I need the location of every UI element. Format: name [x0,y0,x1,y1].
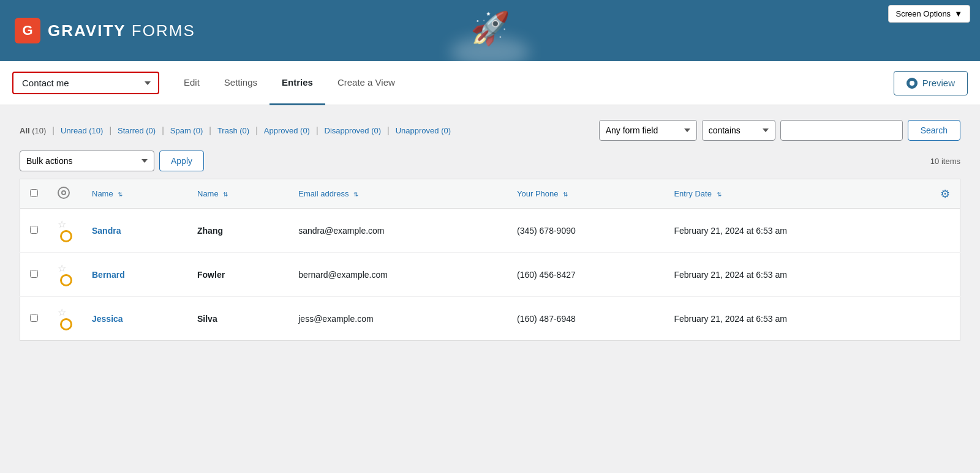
row-first-name-cell: Bernard [82,253,187,297]
search-button[interactable]: Search [908,120,960,141]
bulk-actions-row: Bulk actions Delete Mark as read Mark as… [20,151,960,171]
row-star-cell: ☆ [48,209,82,253]
nav-link-create-view[interactable]: Create a View [325,61,407,105]
rocket-decoration: 🚀 [450,12,530,61]
row-checkbox[interactable] [30,314,38,322]
filter-all[interactable]: All (10) [20,126,46,135]
star-icon[interactable]: ☆ [58,219,66,229]
screen-options-button[interactable]: Screen Options ▼ [888,5,970,23]
read-status-icon [60,274,72,286]
row-phone-cell: (160) 456-8427 [507,253,664,297]
nav-link-settings[interactable]: Settings [212,61,270,105]
sort-date-icon: ⇅ [717,191,722,198]
filter-disapproved[interactable]: Disapproved (0) [325,126,382,135]
filter-starred[interactable]: Starred (0) [118,126,156,135]
form-selector[interactable]: Contact me [12,72,159,94]
sort-first-name-icon: ⇅ [118,191,123,198]
row-actions-cell [930,297,960,341]
row-date-cell: February 21, 2024 at 6:53 am [664,253,930,297]
row-last-name-cell: Fowler [187,253,288,297]
row-checkbox-cell [20,253,48,297]
logo-area: G GRAVITY FORMS [15,18,195,43]
header-checkbox-col [20,179,48,209]
table-row: ☆ Sandra Zhang sandra@example.com (345) … [20,209,960,253]
select-all-checkbox[interactable] [30,189,38,197]
nav-link-edit[interactable]: Edit [172,61,212,105]
nav-bar: Contact me Edit Settings Entries Create … [0,61,980,105]
header-first-name[interactable]: Name ⇅ [82,179,187,209]
sort-email-icon: ⇅ [353,191,358,198]
entry-first-name-link[interactable]: Jessica [92,314,123,324]
main-content: All (10) | Unread (10) | Starred (0) | S… [0,105,980,473]
row-checkbox-cell [20,297,48,341]
table-header-row: Name ⇅ Name ⇅ Email address ⇅ Your Phone… [20,179,960,209]
header-date[interactable]: Entry Date ⇅ [664,179,930,209]
logo-icon: G [15,18,40,43]
row-date-cell: February 21, 2024 at 6:53 am [664,209,930,253]
row-actions-cell [930,209,960,253]
row-email-cell: sandra@example.com [288,209,507,253]
bulk-actions-select[interactable]: Bulk actions Delete Mark as read Mark as… [20,151,154,171]
row-star-cell: ☆ [48,297,82,341]
logo-text: GRAVITY FORMS [48,21,195,40]
header-read-col [48,179,82,209]
filter-bar: All (10) | Unread (10) | Starred (0) | S… [20,120,960,141]
read-status-icon [60,318,72,330]
header-last-name[interactable]: Name ⇅ [187,179,288,209]
nav-link-entries[interactable]: Entries [270,61,325,105]
search-controls: Any form field Name Email address Your P… [599,120,960,141]
search-input[interactable] [780,120,903,141]
header-email[interactable]: Email address ⇅ [288,179,507,209]
filter-approved[interactable]: Approved (0) [264,126,310,135]
row-checkbox[interactable] [30,270,38,278]
sort-phone-icon: ⇅ [563,191,568,198]
row-star-cell: ☆ [48,253,82,297]
search-field-select[interactable]: Any form field Name Email address Your P… [599,120,697,141]
row-first-name-cell: Sandra [82,209,187,253]
nav-links: Edit Settings Entries Create a View [172,61,407,105]
read-status-icon [60,230,72,242]
entries-table: Name ⇅ Name ⇅ Email address ⇅ Your Phone… [20,179,960,341]
row-phone-cell: (345) 678-9090 [507,209,664,253]
row-first-name-cell: Jessica [82,297,187,341]
filter-trash[interactable]: Trash (0) [217,126,249,135]
row-checkbox[interactable] [30,226,38,234]
table-row: ☆ Bernard Fowler bernard@example.com (16… [20,253,960,297]
row-email-cell: jess@example.com [288,297,507,341]
row-email-cell: bernard@example.com [288,253,507,297]
preview-icon [907,78,918,89]
table-row: ☆ Jessica Silva jess@example.com (160) 4… [20,297,960,341]
star-icon[interactable]: ☆ [58,307,66,318]
search-condition-select[interactable]: contains is is not starts with ends with [702,120,775,141]
row-last-name-cell: Zhang [187,209,288,253]
row-last-name-cell: Silva [187,297,288,341]
preview-button[interactable]: Preview [894,71,968,95]
sort-last-name-icon: ⇅ [223,191,228,198]
row-phone-cell: (160) 487-6948 [507,297,664,341]
header-phone[interactable]: Your Phone ⇅ [507,179,664,209]
entry-first-name-link[interactable]: Bernard [92,270,125,280]
row-date-cell: February 21, 2024 at 6:53 am [664,297,930,341]
app-header: G GRAVITY FORMS 🚀 Screen Options ▼ [0,0,980,61]
filter-unapproved[interactable]: Unapproved (0) [396,126,451,135]
star-icon[interactable]: ☆ [58,263,66,274]
header-actions-col: ⚙ [930,179,960,209]
items-count: 10 items [930,157,960,166]
filter-spam[interactable]: Spam (0) [170,126,203,135]
entry-first-name-link[interactable]: Sandra [92,226,121,236]
filter-unread[interactable]: Unread (10) [61,126,103,135]
apply-button[interactable]: Apply [159,151,204,171]
row-checkbox-cell [20,209,48,253]
column-settings-button[interactable]: ⚙ [940,187,950,201]
rocket-cloud [450,37,530,61]
read-header-icon [58,187,70,199]
row-actions-cell [930,253,960,297]
